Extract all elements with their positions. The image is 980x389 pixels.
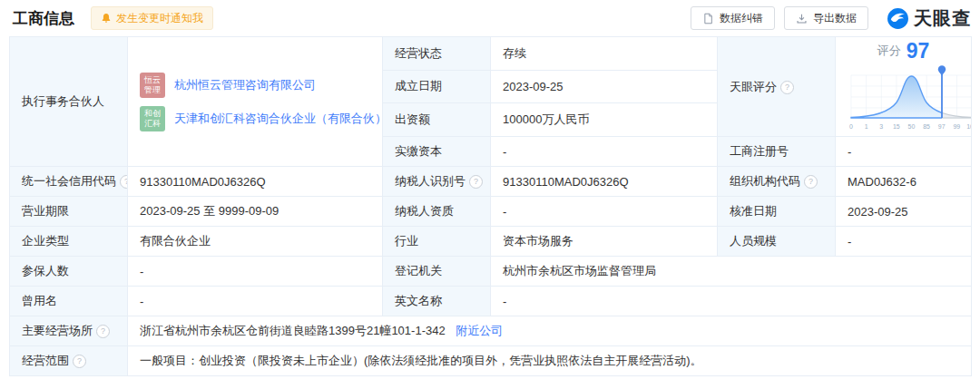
help-icon[interactable]: ? [120,175,128,189]
business-term-label: 营业期限 [10,197,128,227]
tianyancha-eye-icon [887,7,909,30]
english-name-value: - [491,287,972,316]
table-row: 曾用名 - 英文名称 - [10,287,972,316]
insured-count-value: - [128,257,383,287]
score-chart-svg: 0131550859799100 [848,63,972,133]
business-term-value: 2023-09-25 至 9999-09-09 [128,197,383,227]
axis-tick-label: 15 [893,123,900,130]
score-value: 97 [906,39,930,63]
document-icon [702,13,714,24]
reg-number-label: 工商注册号 [718,137,836,167]
insured-count-label: 参保人数 [10,257,128,287]
taxpayer-id-value: 91330110MAD0J6326Q [491,167,718,197]
former-name-value: - [128,287,383,316]
bell-icon [101,13,112,24]
score-prefix: 评分 [877,44,901,57]
axis-tick-label: 3 [879,123,883,130]
main-premises-address: 浙江省杭州市余杭区仓前街道良睦路1399号21幢101-1-342 [140,324,446,337]
registration-authority-label: 登记机关 [383,257,491,287]
taxpayer-id-label-text: 纳税人识别号 [395,174,466,188]
help-icon[interactable]: ? [469,175,483,189]
notify-on-change-button[interactable]: 发生变更时通知我 [91,6,213,30]
partner-avatar-text: 汇科 [144,119,161,129]
established-date-label: 成立日期 [383,70,491,103]
partner-link[interactable]: 杭州恒云管理咨询有限公司 [174,77,316,93]
credit-code-label-text: 统一社会信用代码 [22,174,116,188]
nearby-companies-link[interactable]: 附近公司 [456,324,503,337]
help-icon[interactable]: ? [804,175,818,189]
tianyancha-logo[interactable]: 天眼查 [887,6,971,31]
download-icon [796,13,808,24]
score-label-cell: 天眼评分? [718,37,836,137]
org-code-label: 组织机构代码? [718,167,836,197]
partners-value: 恒云管理 杭州恒云管理咨询有限公司 和创汇科 天津和创汇科咨询合伙企业（有限合伙… [128,37,383,167]
partner-avatar-text: 恒云 [144,75,161,85]
taxpayer-id-label: 纳税人识别号? [383,167,491,197]
approval-date-label: 核准日期 [718,197,836,227]
english-name-label: 英文名称 [383,287,491,316]
industry-label: 行业 [383,227,491,257]
table-row: 主要经营场所? 浙江省杭州市余杭区仓前街道良睦路1399号21幢101-1-34… [10,316,972,346]
org-code-label-text: 组织机构代码 [730,174,800,188]
table-row: 营业期限 2023-09-25 至 9999-09-09 纳税人资质 - 核准日… [10,197,972,227]
partner-avatar-text: 和创 [144,109,161,119]
section-header: 工商信息 发生变更时通知我 数据纠错 导出数据 [0,0,980,34]
credit-code-value: 91330110MAD0J6326Q [128,167,383,197]
partner-link[interactable]: 天津和创汇科咨询合伙企业（有限合伙） [174,111,383,127]
operating-status-value: 存续 [491,37,718,71]
help-icon[interactable]: ? [73,355,86,368]
capital-value: 100000万人民币 [491,103,718,137]
business-scope-value: 一般项目：创业投资（限投资未上市企业）(除依法须经批准的项目外，凭营业执照依法自… [128,346,972,376]
partner-avatar[interactable]: 恒云管理 [140,73,165,98]
data-correction-button[interactable]: 数据纠错 [691,6,775,30]
paid-in-capital-label: 实缴资本 [383,137,491,167]
main-premises-value: 浙江省杭州市余杭区仓前街道良睦路1399号21幢101-1-342 附近公司 [128,316,972,346]
score-line: 评分97 [848,39,959,63]
axis-tick-label: 85 [923,123,930,130]
export-data-label: 导出数据 [813,11,857,26]
table-row: 执行事务合伙人 恒云管理 杭州恒云管理咨询有限公司 和创汇科 天津和创汇科咨询合… [10,37,972,71]
axis-tick-label: 1 [865,123,868,130]
approval-date-value: 2023-09-25 [836,197,972,227]
page-title: 工商信息 [13,8,74,29]
business-scope-label-text: 经营范围 [22,354,69,367]
notify-button-label: 发生变更时通知我 [116,11,203,26]
operating-status-label: 经营状态 [383,37,491,71]
business-info-table: 执行事务合伙人 恒云管理 杭州恒云管理咨询有限公司 和创汇科 天津和创汇科咨询合… [9,36,972,376]
partner-avatar-text: 管理 [144,85,161,95]
score-axis-ticks: 0131550859799100 [849,123,971,130]
company-type-label: 企业类型 [10,227,128,257]
staff-size-value: - [836,227,972,257]
axis-tick-label: 100 [966,123,971,130]
partner-item: 和创汇科 天津和创汇科咨询合伙企业（有限合伙） [140,106,370,131]
axis-tick-label: 99 [953,123,960,130]
table-row: 统一社会信用代码? 91330110MAD0J6326Q 纳税人识别号? 913… [10,167,972,197]
paid-in-capital-value: - [491,137,718,167]
capital-label: 出资额 [383,103,491,137]
table-row: 企业类型 有限合伙企业 行业 资本市场服务 人员规模 - [10,227,972,257]
data-correction-label: 数据纠错 [720,11,763,26]
business-info-panel: 工商信息 发生变更时通知我 数据纠错 导出数据 [0,0,980,389]
score-chart-cell: 评分97 [836,37,972,137]
axis-tick-label: 97 [938,123,946,130]
axis-tick-label: 0 [849,123,853,130]
tianyancha-logo-text: 天眼查 [914,6,971,31]
registration-authority-value: 杭州市余杭区市场监督管理局 [491,257,972,287]
axis-tick-label: 50 [908,123,916,130]
staff-size-label: 人员规模 [718,227,836,257]
former-name-label: 曾用名 [10,287,128,316]
industry-value: 资本市场服务 [491,227,718,257]
established-date-value: 2023-09-25 [491,70,718,103]
table-row: 参保人数 - 登记机关 杭州市余杭区市场监督管理局 [10,257,972,287]
partner-avatar[interactable]: 和创汇科 [140,106,165,131]
help-icon[interactable]: ? [96,325,110,338]
partner-item: 恒云管理 杭州恒云管理咨询有限公司 [140,73,370,98]
export-data-button[interactable]: 导出数据 [784,6,868,30]
help-icon[interactable]: ? [780,81,794,94]
score-label: 天眼评分 [730,80,777,93]
org-code-value: MAD0J632-6 [836,167,972,197]
table-row: 经营范围? 一般项目：创业投资（限投资未上市企业）(除依法须经批准的项目外，凭营… [10,346,972,376]
taxpayer-qualification-label: 纳税人资质 [383,197,491,227]
partners-label: 执行事务合伙人 [10,37,128,167]
taxpayer-qualification-value: - [491,197,718,227]
